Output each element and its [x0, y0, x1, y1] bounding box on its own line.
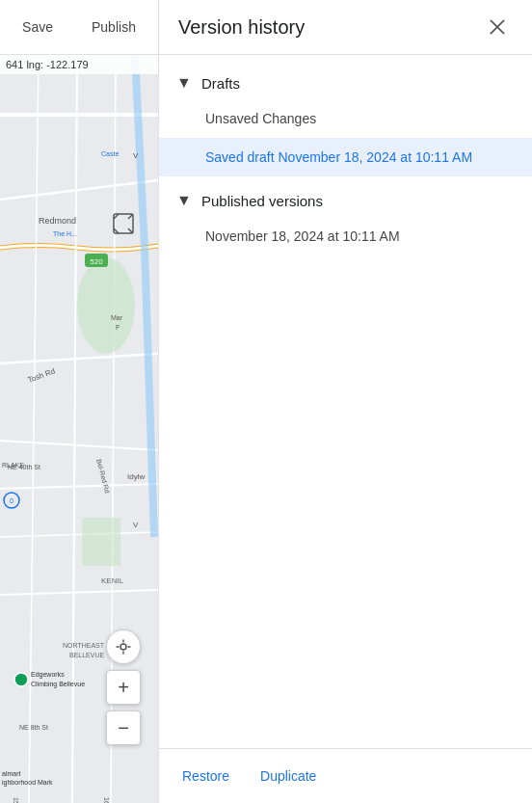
duplicate-button[interactable]: Duplicate — [260, 764, 316, 788]
svg-text:F: F — [116, 324, 120, 331]
version-history-panel: Version history ▼ Drafts Unsaved Changes… — [158, 0, 532, 803]
draft-item-unsaved[interactable]: Unsaved Changes — [159, 99, 532, 138]
close-button[interactable] — [482, 12, 513, 42]
svg-text:NE 8th St: NE 8th St — [19, 724, 48, 731]
svg-text:V: V — [133, 151, 139, 160]
panel-footer: Restore Duplicate — [159, 748, 532, 803]
svg-text:RLAKE: RLAKE — [2, 462, 24, 468]
svg-text:Caste: Caste — [101, 150, 119, 157]
svg-text:520: 520 — [90, 257, 103, 266]
coords-text: 641 lng: -122.179 — [6, 59, 89, 70]
svg-rect-12 — [82, 518, 120, 566]
svg-text:The H...: The H... — [53, 230, 77, 237]
svg-text:KENIL: KENIL — [101, 576, 124, 585]
svg-text:164th Ave: 164th Ave — [103, 797, 110, 803]
map-coordinates: 641 lng: -122.179 — [0, 55, 158, 74]
zoom-out-button[interactable]: − — [106, 710, 141, 745]
zoom-in-button[interactable]: + — [106, 670, 141, 705]
svg-text:BELLEVUE: BELLEVUE — [69, 652, 105, 658]
svg-text:Edgeworks: Edgeworks — [31, 671, 65, 679]
published-section-header[interactable]: ▼ Published versions — [159, 184, 532, 217]
toolbar: Save Publish — [0, 0, 158, 55]
publish-button[interactable]: Publish — [84, 13, 144, 40]
restore-button[interactable]: Restore — [182, 764, 229, 788]
published-arrow: ▼ — [174, 192, 194, 209]
locate-button[interactable] — [106, 629, 141, 664]
svg-text:Idylw: Idylw — [127, 472, 145, 481]
panel-title: Version history — [178, 16, 305, 39]
svg-text:V: V — [133, 521, 139, 529]
draft-item-saved[interactable]: Saved draft November 18, 2024 at 10:11 A… — [159, 138, 532, 176]
svg-text:almart: almart — [2, 770, 21, 777]
svg-text:Climbing Bellevue: Climbing Bellevue — [31, 681, 85, 688]
save-button[interactable]: Save — [14, 13, 61, 40]
svg-point-28 — [14, 673, 28, 686]
drafts-section-title: Drafts — [201, 75, 240, 92]
published-item-1[interactable]: November 18, 2024 at 10:11 AM — [159, 217, 532, 255]
drafts-arrow: ▼ — [174, 74, 194, 92]
svg-text:0: 0 — [10, 497, 13, 504]
drafts-section-header[interactable]: ▼ Drafts — [159, 67, 532, 99]
map-controls: + − — [106, 629, 141, 745]
svg-text:NORTHEAST: NORTHEAST — [63, 642, 105, 649]
panel-content: ▼ Drafts Unsaved Changes Saved draft Nov… — [159, 55, 532, 748]
svg-text:ighborhood Mark: ighborhood Mark — [2, 779, 53, 787]
published-section-title: Published versions — [201, 193, 323, 209]
svg-text:Redmond: Redmond — [39, 216, 76, 226]
svg-point-46 — [120, 644, 126, 650]
panel-header: Version history — [159, 0, 532, 55]
svg-point-11 — [77, 257, 135, 354]
svg-text:156th Ave NE: 156th Ave NE — [13, 797, 19, 803]
svg-text:Mar: Mar — [111, 314, 123, 321]
